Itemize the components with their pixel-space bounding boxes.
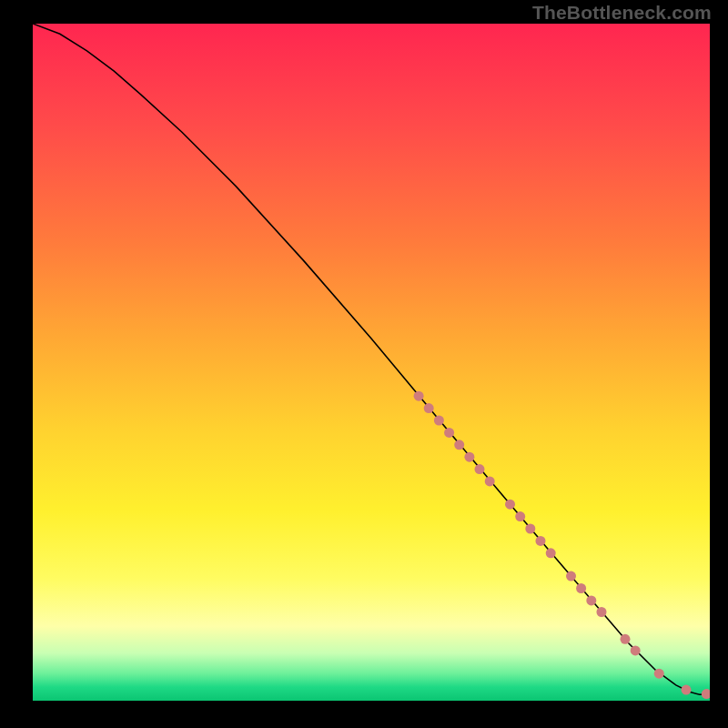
data-marker (566, 571, 576, 581)
data-marker (586, 595, 596, 605)
data-marker (434, 416, 444, 426)
data-marker (576, 583, 586, 593)
data-marker (536, 536, 546, 546)
data-marker (464, 452, 474, 462)
data-marker (505, 500, 515, 510)
data-marker (631, 645, 641, 655)
watermark-text: TheBottleneck.com (532, 2, 712, 24)
data-marker (597, 607, 607, 617)
chart-plot-area (33, 24, 710, 701)
data-marker (682, 685, 692, 695)
markers-group (414, 391, 710, 699)
data-marker (546, 548, 556, 558)
data-marker (702, 689, 710, 699)
curve-path (33, 24, 710, 694)
data-marker (525, 524, 535, 534)
chart-svg (33, 24, 710, 701)
data-marker (444, 428, 454, 438)
data-marker (424, 403, 434, 413)
data-marker (515, 511, 525, 521)
data-marker (414, 391, 424, 401)
chart-frame: TheBottleneck.com (0, 0, 728, 728)
data-marker (654, 669, 664, 679)
data-marker (485, 476, 495, 486)
data-marker (621, 634, 631, 644)
data-marker (475, 464, 485, 474)
data-marker (454, 440, 464, 450)
